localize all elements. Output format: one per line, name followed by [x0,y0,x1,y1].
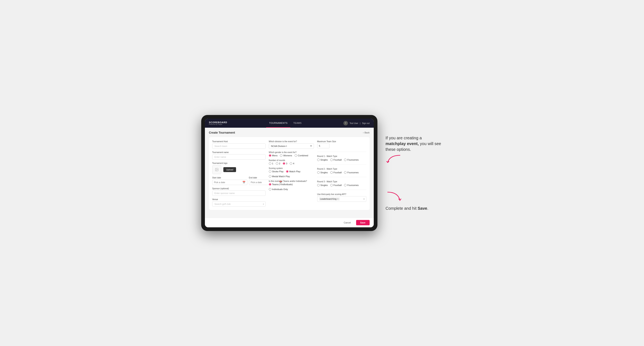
r2-fourball[interactable]: Fourball [330,171,342,174]
r3-singles[interactable]: Singles [317,184,328,186]
gender-combined-label: Combined [298,154,308,157]
annotation-bottom-block: Complete and hit Save. [386,191,443,211]
rounds-group: Number of rounds 1 2 [269,159,314,165]
event-teams-label: Teams (+Individuals) [272,183,293,185]
event-type-radio-group: Teams (+Individuals) Individuals Only [269,183,314,190]
gender-mens[interactable]: Mens [269,154,278,157]
tablet-screen: SCOREBOARD Powered by clippit TOURNAMENT… [205,119,374,227]
gender-group: Which gender is the event for? Mens Wome… [269,151,314,157]
round-4[interactable]: 4 [290,162,294,165]
back-link[interactable]: ‹ Back [363,131,370,134]
main-content: Create Tournament ‹ Back Tournament Host [205,128,374,218]
r3-foursomes[interactable]: Foursomes [344,184,358,186]
gender-womens[interactable]: Womens [280,154,292,157]
scoring-match-label: Match Play [289,170,300,173]
nav-teams[interactable]: TEAMS [290,119,304,128]
tablet-device: SCOREBOARD Powered by clippit TOURNAMENT… [201,115,378,231]
venue-dropdown-icon: ▾ [263,203,264,205]
scoring-medal[interactable]: Medal Match Play [269,175,290,177]
gender-womens-label: Womens [283,154,292,157]
event-individuals-label: Individuals Only [272,188,288,190]
user-name: Test User [350,122,358,124]
arrow-bottom-icon [386,191,402,203]
round-2-label: 2 [279,162,280,165]
division-select[interactable]: NCAA Division I NCAA Division II NCAA Di… [269,144,314,149]
round2-label: Round 2 - Match Type [317,168,366,170]
round1-match-type: Round 1 - Match Type Singles Fourball [317,155,366,161]
api-tag: Leaderboard King × [319,197,340,200]
start-date-input[interactable] [214,181,242,183]
api-select-wrapper[interactable]: Leaderboard King × ▾ [317,196,366,202]
nav-tournaments[interactable]: TOURNAMENTS [266,119,290,128]
logo-upload-area: Upload [212,165,266,174]
navbar: SCOREBOARD Powered by clippit TOURNAMENT… [205,119,374,128]
cancel-button[interactable]: Cancel [340,220,354,225]
round-3-label: 3 [286,162,287,165]
form-grid: Tournament Host Tournament name Tourname… [209,137,370,210]
tournament-host-group: Tournament Host [212,140,266,149]
round-1[interactable]: 1 [269,162,273,165]
tournament-logo-group: Tournament logo Upload [212,162,266,174]
tournament-logo-label: Tournament logo [212,162,266,164]
navbar-right: T Test User | Sign out [344,121,370,125]
gender-radio-group: Mens Womens Combined [269,154,314,157]
max-team-size-input[interactable] [317,144,330,148]
left-column: Tournament Host Tournament name Tourname… [212,140,266,207]
save-button[interactable]: Save [356,220,370,225]
r2-singles-label: Singles [320,171,328,174]
annotation-save-bold: Save [418,206,427,210]
venue-group: Venue ▾ [212,198,266,207]
arrow-bottom-container [386,191,443,203]
scoring-group: Scoring system Stroke Play Match Play [269,167,314,177]
event-individuals[interactable]: Individuals Only [269,188,288,190]
api-dropdown-icon: ▾ [364,198,364,200]
annotation-top-text: If you are creating a matchplay event, y… [386,135,443,152]
gender-mens-label: Mens [272,154,278,157]
event-teams[interactable]: Teams (+Individuals) [269,183,293,185]
venue-input[interactable] [212,201,266,207]
scoring-label: Scoring system [269,167,314,170]
r1-fourball[interactable]: Fourball [330,159,342,161]
brand: SCOREBOARD Powered by clippit [209,121,227,125]
r1-fourball-label: Fourball [334,159,342,161]
outer-wrapper: SCOREBOARD Powered by clippit TOURNAMENT… [179,115,466,231]
scoring-medal-label: Medal Match Play [272,175,290,177]
start-date-wrapper[interactable]: 📅 [212,180,247,185]
division-label: Which division is the event for? [269,140,314,143]
api-tag-close[interactable]: × [337,198,338,200]
api-tag-label: Leaderboard King [320,198,337,200]
r1-singles[interactable]: Singles [317,159,328,161]
gender-combined[interactable]: Combined [295,154,308,157]
r2-singles[interactable]: Singles [317,171,328,174]
scoring-match[interactable]: Match Play [286,170,300,173]
annotation-top-block: If you are creating a matchplay event, y… [386,135,443,167]
arrow-top-icon [386,154,402,167]
r1-foursomes[interactable]: Foursomes [344,159,358,161]
division-group: Which division is the event for? NCAA Di… [269,140,314,149]
r2-foursomes[interactable]: Foursomes [344,171,358,174]
r3-foursomes-label: Foursomes [347,184,358,186]
round-3[interactable]: 3 [283,162,287,165]
r3-fourball[interactable]: Fourball [330,184,342,186]
divider-1 [317,152,366,152]
svg-point-1 [216,169,216,169]
scoring-stroke[interactable]: Stroke Play [269,170,284,173]
round3-match-type: Round 3 - Match Type Singles Fourball [317,180,366,186]
nav-separator: | [360,122,360,124]
sponsor-group: Sponsor (optional) [212,187,266,196]
tournament-name-group: Tournament name [212,151,266,160]
middle-column: Which division is the event for? NCAA Di… [269,140,314,207]
r3-fourball-label: Fourball [334,184,342,186]
main-nav: TOURNAMENTS TEAMS [266,119,304,128]
tournament-name-input[interactable] [212,154,266,160]
sign-out-link[interactable]: Sign out [362,122,370,124]
tournament-host-input[interactable] [212,144,266,149]
round-2[interactable]: 2 [276,162,280,165]
third-party-api-label: Use third-party live scoring API? [317,193,366,195]
logo-preview [212,165,221,174]
form-footer: Cancel Save [205,218,374,227]
annotation-matchplay-bold: matchplay event, [386,141,419,146]
divider-4 [317,190,366,190]
sponsor-input[interactable] [212,190,266,196]
upload-button[interactable]: Upload [223,167,236,172]
